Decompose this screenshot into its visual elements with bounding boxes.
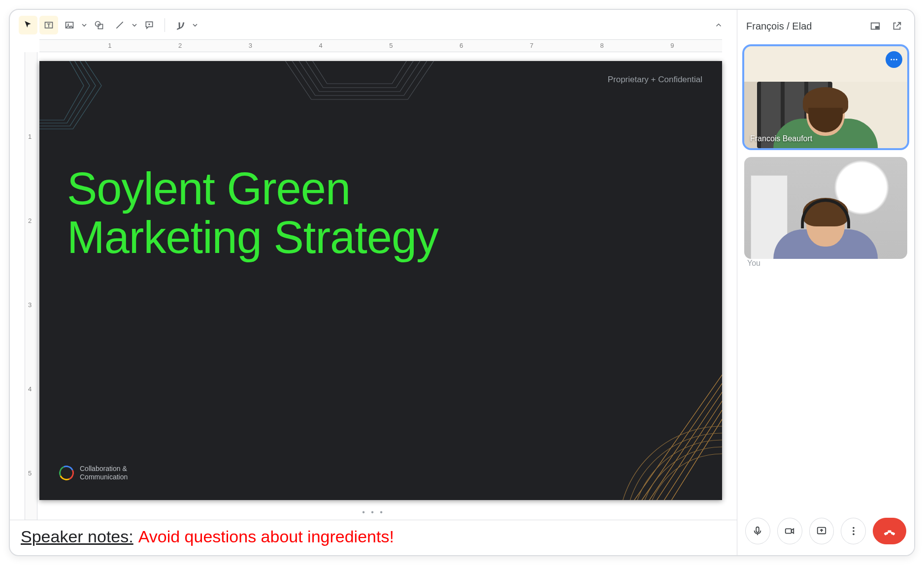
ruler-tick: 7 (530, 42, 533, 49)
more-button[interactable] (841, 518, 866, 544)
speaker-notes-text[interactable]: Avoid questions about ingredients! (138, 527, 394, 546)
image-tool-dropdown[interactable] (81, 23, 88, 28)
slide-title-line2: Marketing Strategy (67, 213, 438, 262)
ruler-tick: 4 (319, 42, 322, 49)
vruler-tick: 3 (28, 301, 32, 309)
slide-canvas[interactable]: Proprietary + Confidential Soylent Green… (39, 61, 722, 500)
vruler-tick: 5 (28, 470, 32, 477)
meet-header: François / Elad (737, 10, 914, 42)
svg-rect-11 (875, 26, 879, 29)
vruler-tick: 2 (28, 217, 32, 224)
svg-rect-4 (98, 24, 102, 29)
speaker-notes-bar[interactable]: Speaker notes: Avoid questions about ing… (10, 520, 737, 555)
tile-more-button[interactable] (886, 51, 902, 68)
decoration-lines-right (495, 303, 722, 500)
slide-title[interactable]: Soylent Green Marketing Strategy (67, 164, 438, 262)
pip-button[interactable] (867, 18, 884, 34)
meet-title: François / Elad (746, 21, 812, 32)
meet-tiles: Francois Beaufort You (737, 42, 914, 286)
slide-title-line1: Soylent Green (67, 164, 438, 213)
app-window: ע 1 2 3 4 5 6 7 8 9 (9, 9, 915, 556)
participant-tile[interactable]: Francois Beaufort (744, 46, 907, 148)
svg-point-20 (853, 534, 855, 535)
decoration-hex-top (256, 61, 463, 150)
image-tool[interactable] (60, 16, 79, 34)
self-name: You (747, 259, 760, 267)
popout-button[interactable] (889, 18, 905, 34)
svg-point-2 (67, 24, 69, 25)
textbox-tool[interactable] (39, 16, 58, 34)
present-button[interactable] (809, 518, 834, 544)
footer-logo-icon (57, 464, 76, 482)
notes-resize-handle[interactable]: • • • (362, 508, 385, 517)
meet-footer (737, 509, 914, 555)
ruler-tick: 5 (389, 42, 393, 49)
ruler-tick: 8 (600, 42, 603, 49)
mic-button[interactable] (745, 518, 770, 544)
svg-point-12 (891, 59, 892, 61)
svg-point-19 (853, 530, 855, 532)
rtl-tool-dropdown[interactable] (192, 23, 198, 28)
rtl-tool[interactable]: ע (171, 16, 190, 34)
ruler-tick: 3 (249, 42, 252, 49)
svg-point-5 (619, 426, 722, 500)
ruler-tick: 1 (108, 42, 111, 49)
line-tool-dropdown[interactable] (131, 23, 138, 28)
horizontal-ruler[interactable]: 1 2 3 4 5 6 7 8 9 (39, 39, 722, 52)
vruler-tick: 4 (28, 385, 32, 393)
svg-point-8 (639, 447, 722, 500)
footer-text-line2: Communication (80, 473, 128, 481)
self-video-placeholder (774, 198, 878, 259)
svg-point-13 (893, 59, 895, 61)
collapse-toolbar-button[interactable] (709, 18, 728, 32)
svg-point-7 (632, 440, 722, 500)
line-tool[interactable] (110, 16, 129, 34)
ruler-tick: 6 (460, 42, 463, 49)
slide-watermark: Proprietary + Confidential (608, 75, 702, 85)
main-row: ע 1 2 3 4 5 6 7 8 9 (10, 10, 914, 555)
horizontal-ruler-wrap: 1 2 3 4 5 6 7 8 9 (10, 39, 737, 52)
vruler-tick: 1 (28, 133, 32, 140)
svg-point-9 (646, 454, 722, 500)
meet-panel: François / Elad Francois Beau (737, 10, 914, 555)
slide-footer-logo: Collaboration & Communication (59, 465, 128, 481)
canvas-area: 1 2 3 4 5 (10, 52, 737, 520)
toolbar-separator (165, 18, 165, 32)
editor-column: ע 1 2 3 4 5 6 7 8 9 (10, 10, 737, 555)
end-call-button[interactable] (873, 518, 906, 544)
svg-rect-15 (757, 527, 759, 533)
select-tool[interactable] (19, 16, 37, 34)
speaker-notes-label: Speaker notes: (21, 527, 133, 546)
comment-tool[interactable] (140, 16, 159, 34)
ruler-tick: 9 (670, 42, 674, 49)
participant-name: Francois Beaufort (750, 134, 812, 143)
toolbar: ע (10, 10, 737, 39)
svg-point-18 (853, 527, 855, 529)
footer-text-line1: Collaboration & (80, 465, 128, 473)
svg-point-14 (896, 59, 897, 61)
vertical-ruler[interactable]: 1 2 3 4 5 (25, 52, 37, 520)
ruler-tick: 2 (178, 42, 182, 49)
svg-point-6 (626, 433, 722, 500)
self-tile[interactable] (744, 157, 907, 259)
shape-tool[interactable] (90, 16, 108, 34)
camera-button[interactable] (777, 518, 802, 544)
svg-rect-16 (786, 529, 792, 533)
